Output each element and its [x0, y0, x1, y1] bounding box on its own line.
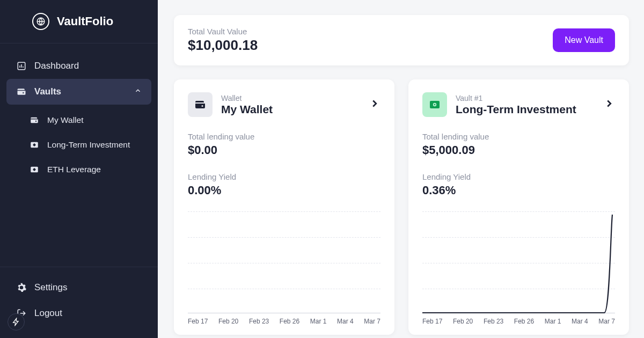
- vault-chart: Feb 17 Feb 20 Feb 23 Feb 26 Mar 1 Mar 4 …: [422, 211, 615, 324]
- brand-logo-icon: [32, 13, 49, 30]
- subnav-item-longterm[interactable]: Long-Term Investment: [23, 133, 151, 157]
- nav-label: Logout: [34, 308, 62, 319]
- vault-card-wallet: Wallet My Wallet Total lending value $0.…: [174, 79, 394, 335]
- subnav-label: Long-Term Investment: [47, 140, 130, 150]
- summary-label: Total Vault Value: [188, 27, 258, 36]
- wallet-icon: [29, 115, 40, 126]
- vault-cards: Wallet My Wallet Total lending value $0.…: [174, 79, 629, 335]
- nav-label: Vaults: [34, 86, 61, 97]
- summary-card: Total Vault Value $10,000.18 New Vault: [174, 15, 629, 65]
- main: Total Vault Value $10,000.18 New Vault W…: [158, 0, 644, 338]
- wallet-icon: [16, 86, 27, 97]
- sidebar-bottom: Settings Logout: [0, 267, 158, 338]
- nav-label: Settings: [34, 282, 67, 293]
- vault-title: Long-Term Investment: [456, 103, 595, 116]
- vault-icon: [422, 92, 447, 117]
- x-axis-labels: Feb 17 Feb 20 Feb 23 Feb 26 Mar 1 Mar 4 …: [188, 318, 380, 325]
- yield-label: Lending Yield: [422, 172, 615, 181]
- lending-label: Total lending value: [422, 132, 615, 141]
- lending-value: $0.00: [188, 143, 380, 157]
- nav-item-settings[interactable]: Settings: [6, 275, 151, 300]
- svg-point-5: [33, 168, 36, 171]
- dashboard-icon: [16, 61, 27, 71]
- gear-icon: [16, 282, 27, 293]
- yield-label: Lending Yield: [188, 172, 380, 181]
- chart-line: [422, 211, 615, 313]
- summary-value: $10,000.18: [188, 37, 258, 54]
- wallet-icon: [188, 92, 213, 117]
- subnav-label: My Wallet: [47, 115, 83, 125]
- lending-value: $5,000.09: [422, 143, 615, 157]
- svg-point-3: [33, 144, 36, 146]
- vault-card-longterm: Vault #1 Long-Term Investment Total lend…: [408, 79, 629, 335]
- chevron-up-icon: [134, 86, 142, 97]
- vault-sub: Wallet: [221, 94, 360, 102]
- vault-chart: Feb 17 Feb 20 Feb 23 Feb 26 Mar 1 Mar 4 …: [188, 211, 380, 324]
- nav: Dashboard Vaults My Wallet Long: [0, 43, 158, 267]
- nav-item-vaults[interactable]: Vaults: [6, 79, 151, 105]
- nav-item-logout[interactable]: Logout: [6, 300, 151, 326]
- lightning-fab[interactable]: [8, 313, 25, 330]
- subnav-label: ETH Leverage: [47, 165, 101, 174]
- new-vault-button[interactable]: New Vault: [553, 28, 615, 52]
- brand: VaultFolio: [0, 0, 158, 43]
- x-axis-labels: Feb 17 Feb 20 Feb 23 Feb 26 Mar 1 Mar 4 …: [422, 318, 615, 325]
- subnav-item-ethleverage[interactable]: ETH Leverage: [23, 157, 151, 182]
- lending-label: Total lending value: [188, 132, 380, 141]
- vault-sub: Vault #1: [456, 94, 595, 102]
- vault-icon: [29, 139, 40, 150]
- open-vault-button[interactable]: [603, 98, 615, 112]
- yield-value: 0.36%: [422, 183, 615, 197]
- brand-name: VaultFolio: [57, 14, 113, 28]
- svg-point-8: [434, 104, 436, 106]
- subnav: My Wallet Long-Term Investment ETH Lever…: [6, 105, 151, 182]
- subnav-item-mywallet[interactable]: My Wallet: [23, 108, 151, 133]
- vault-icon: [29, 164, 40, 175]
- sidebar: VaultFolio Dashboard Vaults My Wallet: [0, 0, 158, 338]
- nav-item-dashboard[interactable]: Dashboard: [6, 53, 151, 79]
- nav-label: Dashboard: [34, 61, 79, 71]
- open-vault-button[interactable]: [369, 98, 380, 112]
- yield-value: 0.00%: [188, 183, 380, 197]
- vault-title: My Wallet: [221, 103, 360, 116]
